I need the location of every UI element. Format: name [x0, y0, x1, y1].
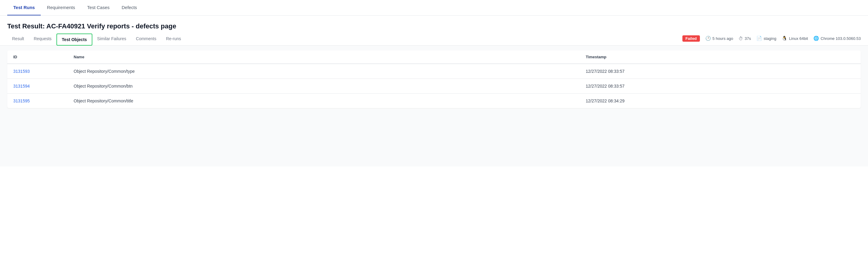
row-timestamp: 12/27/2022 08:33:57 — [580, 79, 861, 94]
status-badge: Failed — [682, 35, 700, 42]
subtab-result[interactable]: Result — [7, 33, 29, 45]
table-row: 3131593Object Repository/Common/type12/2… — [7, 64, 861, 79]
tab-requirements[interactable]: Requirements — [41, 0, 81, 16]
subtab-similar-failures[interactable]: Similar Failures — [92, 33, 131, 45]
subtab-test-objects[interactable]: Test Objects — [56, 33, 92, 46]
meta-browser: 🌐 Chrome 103.0.5060.53 — [813, 36, 861, 41]
chrome-icon: 🌐 — [813, 36, 819, 41]
subtab-requests[interactable]: Requests — [29, 33, 56, 45]
table-row: 3131595Object Repository/Common/title12/… — [7, 94, 861, 109]
table-header-row: ID Name Timestamp — [7, 51, 861, 64]
linux-icon: 🐧 — [782, 36, 787, 41]
column-header-timestamp: Timestamp — [580, 51, 861, 64]
meta-info: Failed 🕐 5 hours ago ⏱ 37s 📄 staging 🐧 L… — [682, 35, 861, 43]
row-timestamp: 12/27/2022 08:34:29 — [580, 94, 861, 109]
tab-defects[interactable]: Defects — [116, 0, 143, 16]
page-title: Test Result: AC-FA40921 Verify reports -… — [0, 16, 868, 30]
sub-navigation: Result Requests Test Objects Similar Fai… — [0, 33, 868, 46]
subtab-comments[interactable]: Comments — [131, 33, 161, 45]
row-name: Object Repository/Common/btn — [68, 79, 580, 94]
row-timestamp: 12/27/2022 08:33:57 — [580, 64, 861, 79]
meta-duration: ⏱ 37s — [739, 36, 751, 41]
doc-icon: 📄 — [756, 36, 762, 41]
meta-os: 🐧 Linux 64bit — [782, 36, 808, 41]
row-id-link[interactable]: 3131595 — [13, 98, 30, 103]
timer-icon: ⏱ — [739, 36, 743, 41]
column-header-id: ID — [7, 51, 68, 64]
subtab-re-runs[interactable]: Re-runs — [161, 33, 186, 45]
table-container: ID Name Timestamp 3131593Object Reposito… — [0, 46, 868, 167]
column-header-name: Name — [68, 51, 580, 64]
row-name: Object Repository/Common/title — [68, 94, 580, 109]
clock-icon: 🕐 — [705, 36, 711, 41]
row-name: Object Repository/Common/type — [68, 64, 580, 79]
table-row: 3131594Object Repository/Common/btn12/27… — [7, 79, 861, 94]
meta-environment: 📄 staging — [756, 36, 776, 41]
test-objects-table: ID Name Timestamp 3131593Object Reposito… — [7, 51, 861, 108]
tab-test-runs[interactable]: Test Runs — [7, 0, 41, 16]
top-navigation: Test Runs Requirements Test Cases Defect… — [0, 0, 868, 16]
row-id-link[interactable]: 3131593 — [13, 69, 30, 74]
row-id-link[interactable]: 3131594 — [13, 84, 30, 88]
tab-test-cases[interactable]: Test Cases — [81, 0, 116, 16]
meta-time-ago: 🕐 5 hours ago — [705, 36, 734, 41]
